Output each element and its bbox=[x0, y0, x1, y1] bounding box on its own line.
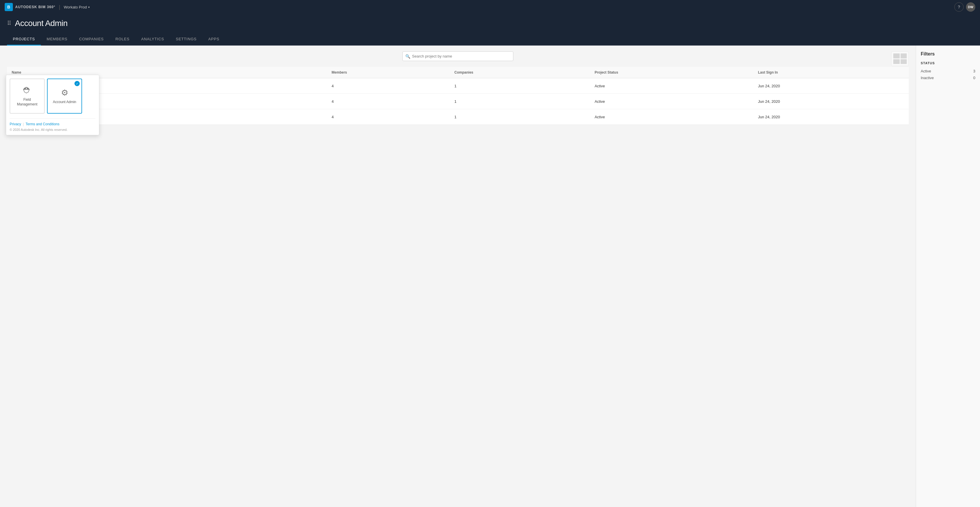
grid-view-toggle[interactable] bbox=[891, 51, 909, 66]
tab-analytics[interactable]: ANALYTICS bbox=[135, 33, 170, 46]
col-last-sign-in: Last Sign In bbox=[753, 67, 909, 78]
tab-navigation: PROJECTS MEMBERS COMPANIES ROLES ANALYTI… bbox=[0, 33, 980, 46]
copyright-text: © 2020 Autodesk Inc. All rights reserved… bbox=[10, 128, 95, 132]
terms-link[interactable]: Terms and Conditions bbox=[25, 122, 59, 126]
page-title: Account Admin bbox=[15, 19, 67, 28]
filter-label: Active bbox=[921, 69, 931, 73]
account-admin-card[interactable]: ✓ ⚙ Account Admin bbox=[47, 79, 82, 114]
page-header: ⠿ Account Admin bbox=[0, 14, 980, 33]
top-navigation: B AUTODESK BIM 360° | Workato Prod ▾ ? D… bbox=[0, 0, 980, 14]
filter-count: 3 bbox=[973, 69, 975, 73]
tab-members[interactable]: MEMBERS bbox=[41, 33, 73, 46]
grid-cell-1 bbox=[893, 54, 900, 59]
filter-item[interactable]: Active 3 bbox=[921, 68, 975, 75]
search-input[interactable] bbox=[402, 51, 513, 61]
cell-status: Active bbox=[590, 94, 753, 109]
account-admin-label: Account Admin bbox=[53, 100, 76, 105]
table-row[interactable]: Cayote Green High School 4 1 Active Jun … bbox=[7, 94, 909, 109]
grid-cell-3 bbox=[893, 59, 900, 64]
filter-count: 0 bbox=[973, 76, 975, 80]
dropdown-footer: Privacy | Terms and Conditions bbox=[10, 118, 95, 126]
search-icon: 🔍 bbox=[405, 54, 410, 59]
field-management-label: Field Management bbox=[14, 97, 41, 106]
tab-projects[interactable]: PROJECTS bbox=[7, 33, 41, 46]
cell-members: 4 bbox=[327, 109, 450, 125]
table-row[interactable]: Everest Mall 4 1 Active Jun 24, 2020 bbox=[7, 109, 909, 125]
product-name: AUTODESK BIM 360° bbox=[15, 5, 56, 9]
col-status: Project Status bbox=[590, 67, 753, 78]
col-companies: Companies bbox=[450, 67, 590, 78]
cell-last-sign-in: Jun 24, 2020 bbox=[753, 109, 909, 125]
cell-status: Active bbox=[590, 78, 753, 94]
cell-last-sign-in: Jun 24, 2020 bbox=[753, 78, 909, 94]
brand-logo-area: B AUTODESK BIM 360° bbox=[5, 3, 56, 11]
nav-divider: | bbox=[59, 4, 60, 10]
footer-divider: | bbox=[23, 122, 24, 126]
cell-last-sign-in: Jun 24, 2020 bbox=[753, 94, 909, 109]
table-body: 4 1 Active Jun 24, 2020 Cayote Green Hig… bbox=[7, 78, 909, 125]
tab-settings[interactable]: SETTINGS bbox=[170, 33, 202, 46]
cell-status: Active bbox=[590, 109, 753, 125]
tab-roles[interactable]: ROLES bbox=[110, 33, 135, 46]
col-members: Members bbox=[327, 67, 450, 78]
status-section-title: STATUS bbox=[921, 61, 975, 65]
cell-companies: 1 bbox=[450, 78, 590, 94]
help-button[interactable]: ? bbox=[954, 2, 964, 12]
cell-companies: 1 bbox=[450, 94, 590, 109]
hard-hat-icon: ⛑ bbox=[23, 86, 31, 95]
search-area: 🔍 bbox=[7, 51, 909, 61]
cell-members: 4 bbox=[327, 78, 450, 94]
apps-grid-icon[interactable]: ⠿ bbox=[7, 20, 11, 27]
filter-items: Active 3 Inactive 0 bbox=[921, 68, 975, 81]
workspace-switcher[interactable]: Workato Prod ▾ bbox=[64, 5, 89, 10]
gear-icon: ⚙ bbox=[61, 88, 68, 97]
content-area: 🔍 Name Members Companies Project Status bbox=[0, 46, 916, 507]
autodesk-logo: B bbox=[5, 3, 13, 11]
filter-label: Inactive bbox=[921, 76, 934, 80]
tab-apps[interactable]: APPS bbox=[202, 33, 225, 46]
filter-item[interactable]: Inactive 0 bbox=[921, 75, 975, 81]
grid-cell-4 bbox=[900, 59, 907, 64]
grid-cell-2 bbox=[900, 54, 907, 59]
cell-companies: 1 bbox=[450, 109, 590, 125]
main-content: 🔍 Name Members Companies Project Status bbox=[0, 46, 980, 507]
dropdown-cards-row: ⛑ Field Management ✓ ⚙ Account Admin bbox=[10, 79, 95, 114]
chevron-down-icon: ▾ bbox=[88, 6, 90, 9]
selected-checkmark: ✓ bbox=[75, 81, 80, 86]
table-header: Name Members Companies Project Status La… bbox=[7, 67, 909, 78]
app-switcher-dropdown: ⛑ Field Management ✓ ⚙ Account Admin Pri… bbox=[6, 75, 99, 135]
privacy-link[interactable]: Privacy bbox=[10, 122, 21, 126]
projects-table: Name Members Companies Project Status La… bbox=[7, 67, 909, 125]
field-management-card[interactable]: ⛑ Field Management bbox=[10, 79, 45, 114]
table-row[interactable]: 4 1 Active Jun 24, 2020 bbox=[7, 78, 909, 94]
tab-companies[interactable]: COMPANIES bbox=[73, 33, 110, 46]
cell-members: 4 bbox=[327, 94, 450, 109]
filters-panel: Filters STATUS Active 3 Inactive 0 bbox=[916, 46, 980, 507]
search-wrapper: 🔍 bbox=[402, 51, 513, 61]
avatar[interactable]: DW bbox=[966, 2, 975, 12]
filters-title: Filters bbox=[921, 51, 975, 57]
